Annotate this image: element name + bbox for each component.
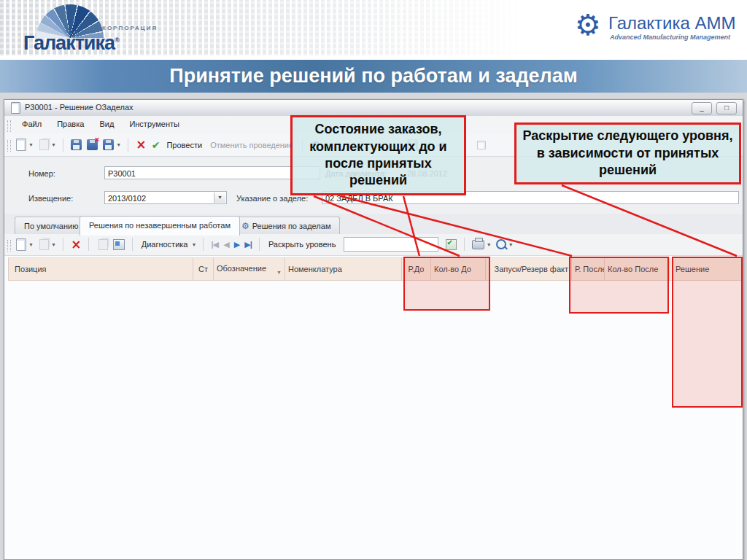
grid-export-icon[interactable] — [113, 239, 125, 250]
save-close-icon[interactable] — [87, 139, 98, 150]
decisions-grid: Позиция Ст Обозначение▼ Номенклатура Р.Д… — [8, 257, 743, 281]
separator — [63, 238, 63, 251]
post-button[interactable]: Провести — [166, 141, 202, 149]
copy-icon[interactable] — [39, 139, 49, 150]
menu-file[interactable]: Файл — [22, 120, 42, 128]
menu-tools[interactable]: Инструменты — [129, 120, 179, 128]
col-status[interactable]: Ст — [193, 258, 214, 281]
tab-backlogs[interactable]: ⚙Решения по заделам — [232, 217, 340, 235]
grid-paste-icon[interactable] — [98, 239, 108, 250]
new-document-icon[interactable] — [16, 139, 26, 151]
diagnostics-dropdown-icon[interactable]: ▼ — [191, 242, 196, 247]
save-dropdown-icon[interactable]: ▼ — [116, 142, 121, 147]
separator — [259, 238, 260, 251]
col-position[interactable]: Позиция — [9, 258, 193, 281]
nav-next-icon[interactable]: ▶ — [234, 240, 239, 249]
tab-default[interactable]: По умолчанию — [15, 217, 88, 235]
toolbar-grip — [7, 140, 11, 152]
number-field[interactable]: Р30001 — [104, 166, 320, 179]
callout-order-state: Состояние заказов, комплектующих до и по… — [290, 115, 466, 195]
col-qty-after[interactable]: Кол-во После — [605, 258, 670, 281]
delete-icon[interactable]: × — [136, 139, 146, 150]
galaktika-amm-logo: ⚙ Галактика АММ Advanced Manufacturing M… — [575, 9, 743, 52]
tab-unfinished-works[interactable]: Решения по незавершенным работам — [80, 216, 240, 236]
logo-brand: Галактика — [23, 32, 115, 54]
slide: КОРПОРАЦИЯ Галактика® ⚙ Галактика АММ Ad… — [0, 0, 747, 560]
galaktika-logo: КОРПОРАЦИЯ Галактика® — [16, 3, 155, 57]
slide-header: КОРПОРАЦИЯ Галактика® ⚙ Галактика АММ Ad… — [0, 0, 747, 60]
separator — [88, 238, 89, 251]
col-r-before[interactable]: Р.До — [402, 258, 431, 281]
logo-corp-label: КОРПОРАЦИЯ — [102, 25, 158, 31]
diagnostics-button[interactable]: Диагностика — [142, 240, 188, 249]
grid-panel: ▼ ▼ × Диагностика▼ |◀ ◀ ▶ ▶| Раскрыть ур… — [4, 234, 743, 559]
grid-toolbar: ▼ ▼ × Диагностика▼ |◀ ◀ ▶ ▶| Раскрыть ур… — [4, 234, 743, 256]
logo-amm-subtitle: Advanced Manufacturing Management — [610, 34, 730, 41]
apply-filter-icon[interactable] — [446, 239, 457, 250]
print-dropdown-icon[interactable]: ▼ — [487, 242, 492, 247]
col-launch-reserve[interactable]: Запуск/Резерв факт — [486, 258, 572, 281]
copy-dropdown-icon[interactable]: ▼ — [51, 142, 56, 147]
nav-last-icon[interactable]: ▶| — [244, 240, 252, 249]
gear-icon: ⚙ — [241, 221, 249, 231]
tab-strip: По умолчанию Решения по незавершенным ра… — [4, 214, 743, 235]
col-r-after[interactable]: Р. После — [572, 258, 605, 281]
expand-level-label: Раскрыть уровень — [268, 240, 336, 249]
separator — [203, 238, 204, 251]
separator — [63, 139, 63, 152]
registered-mark: ® — [115, 36, 119, 44]
grid-new-dropdown-icon[interactable]: ▼ — [28, 242, 34, 247]
unpost-button[interactable]: Отменить проведение — [210, 141, 293, 149]
sort-desc-icon: ▼ — [276, 270, 282, 275]
window-title: Р30001 - Решение ОЗаделах — [25, 103, 133, 112]
callout-next-level: Раскрытие следующего уровня, в зависимос… — [514, 122, 741, 184]
toolbar-grip — [7, 240, 11, 252]
preview-icon[interactable] — [496, 239, 506, 249]
print-icon[interactable] — [472, 240, 484, 249]
post-check-icon[interactable]: ✔ — [152, 139, 160, 151]
toolbar-grip — [7, 120, 11, 132]
nav-first-icon[interactable]: |◀ — [212, 240, 219, 249]
notice-label: Извещение: — [28, 194, 73, 203]
document-icon — [11, 102, 20, 114]
save-as-icon[interactable] — [103, 139, 114, 150]
dropdown-arrow-icon[interactable]: ▼ — [214, 192, 225, 203]
separator — [464, 238, 465, 251]
separator — [132, 238, 133, 251]
nav-prev-icon[interactable]: ◀ — [223, 240, 228, 249]
grid-copy-dropdown-icon[interactable]: ▼ — [51, 242, 56, 247]
logo-amm-brand: Галактика АММ — [608, 13, 736, 34]
menu-view[interactable]: Вид — [99, 120, 114, 128]
preview-dropdown-icon[interactable]: ▼ — [508, 242, 514, 247]
slide-title: Принятие решений по работам и заделам — [0, 60, 747, 93]
gear-logo-icon: ⚙ — [575, 10, 601, 39]
col-qty-before[interactable]: Кол-во До — [431, 258, 486, 281]
window-titlebar[interactable]: Р30001 - Решение ОЗаделах _ □ — [4, 100, 743, 117]
grid-header-row: Позиция Ст Обозначение▼ Номенклатура Р.Д… — [9, 258, 743, 281]
new-dropdown-icon[interactable]: ▼ — [28, 142, 34, 147]
maximize-button[interactable]: □ — [716, 102, 737, 114]
number-label: Номер: — [28, 169, 55, 178]
col-nomenclature[interactable]: Номенклатура — [285, 258, 402, 281]
save-icon[interactable] — [71, 139, 82, 150]
menu-edit[interactable]: Правка — [57, 120, 84, 128]
col-decision[interactable]: Решение — [670, 258, 743, 281]
panel-close-icon[interactable] — [477, 141, 486, 149]
grid-copy-icon[interactable] — [39, 239, 49, 250]
separator — [128, 139, 128, 152]
minimize-button[interactable]: _ — [692, 102, 712, 114]
notice-dropdown[interactable]: 2013/0102▼ — [104, 191, 227, 204]
expand-level-input[interactable] — [344, 237, 438, 252]
grid-delete-icon[interactable]: × — [71, 239, 81, 250]
col-designation[interactable]: Обозначение▼ — [214, 258, 285, 281]
grid-new-icon[interactable] — [16, 238, 26, 251]
